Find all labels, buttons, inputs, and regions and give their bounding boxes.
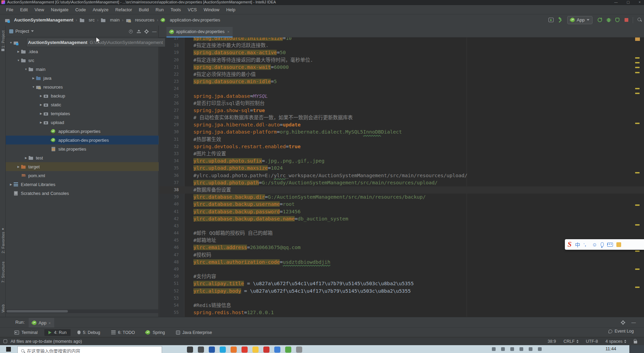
code-line-35[interactable]: 35ylrc.upload.photo.maxsize=1024 xyxy=(159,165,644,172)
code-line-17[interactable]: 17spring.datasource.initial-size=10 xyxy=(159,37,644,42)
caret-position[interactable]: 38:9 xyxy=(548,339,556,344)
error-stripe-mark[interactable] xyxy=(635,62,640,63)
tree-item-java[interactable]: ▶java xyxy=(6,74,159,82)
taskbar-app-icon[interactable] xyxy=(263,347,269,353)
tree-item-external-libraries[interactable]: ▶External Libraries xyxy=(6,180,159,189)
menu-file[interactable]: File xyxy=(3,6,17,13)
tree-item-test[interactable]: ▶test xyxy=(6,153,159,162)
hide-run-panel-icon[interactable]: — xyxy=(631,320,636,325)
tree-item-main[interactable]: ▼main xyxy=(6,65,159,74)
code-line-38[interactable]: 38#数据库备份设置 xyxy=(159,186,644,194)
toolwindow-button-java-enterprise[interactable]: Java Enterprise xyxy=(172,329,216,336)
breadcrumb-item-src[interactable]: src xyxy=(79,17,94,22)
close-tab-icon[interactable]: × xyxy=(227,30,229,34)
taskbar-app-icon[interactable] xyxy=(198,347,204,353)
menu-window[interactable]: Window xyxy=(200,6,223,13)
code-line-28[interactable]: 28# 自动检查实体和数据库表是否一致，如果不一致则会进行更新数据库表 xyxy=(159,114,644,121)
run-settings-gear-icon[interactable] xyxy=(621,321,625,324)
stripe-project-button[interactable]: 1: Project xyxy=(0,30,6,51)
tree-item-target[interactable]: ▶target xyxy=(6,162,159,171)
chevron-down-icon[interactable] xyxy=(31,30,34,32)
toolwindow-button-5-debug[interactable]: 5: Debug xyxy=(73,329,104,336)
code-line-50[interactable]: 50#支付内容 xyxy=(159,273,644,280)
code-line-36[interactable]: 36#ylrc.upload.photo.path=E:/ylrc_worksp… xyxy=(159,172,644,179)
error-stripe-mark[interactable] xyxy=(635,250,640,252)
error-stripe-mark[interactable] xyxy=(635,72,640,73)
code-line-54[interactable]: 54#Redis链接信息 xyxy=(159,302,644,309)
run-configuration-select[interactable]: App xyxy=(567,16,592,24)
ime-chinese-mode[interactable]: 中 xyxy=(575,241,580,248)
stripe-structure-button[interactable]: 7: Structure xyxy=(0,261,6,283)
lock-icon[interactable] xyxy=(634,341,637,343)
menu-build[interactable]: Build xyxy=(135,6,152,13)
error-stripe-mark[interactable] xyxy=(635,204,640,206)
show-desktop-button[interactable] xyxy=(629,345,644,353)
ime-toolbar[interactable]: S 中 ’， ☺ xyxy=(565,239,644,250)
menu-code[interactable]: Code xyxy=(72,6,89,13)
breadcrumb-item-application-dev-properties[interactable]: application-dev.properties xyxy=(161,17,220,22)
hide-panel-icon[interactable]: — xyxy=(152,29,157,34)
ime-emoji[interactable]: ☺ xyxy=(592,242,597,247)
coverage-button[interactable] xyxy=(613,16,622,24)
expand-arrow[interactable]: ▶ xyxy=(9,183,13,186)
error-stripe-mark[interactable] xyxy=(635,123,640,124)
taskbar-app-icon[interactable] xyxy=(296,347,302,353)
expand-arrow[interactable]: ▶ xyxy=(39,121,43,124)
code-line-20[interactable]: 20#指定连接池等待连接返回的最大等待时间，毫秒单位. xyxy=(159,57,644,64)
code-line-18[interactable]: 18#指定连接池中最大的活跃连接数. xyxy=(159,42,644,49)
tree-item-upload[interactable]: ▶upload xyxy=(6,118,159,127)
tree-item-idea[interactable]: ▶.idea xyxy=(6,47,159,56)
code-line-44[interactable]: 44#邮件 QQ邮箱的授权码 自己的邮箱 xyxy=(159,230,644,237)
search-everywhere-button[interactable] xyxy=(635,16,644,24)
rerun-button[interactable] xyxy=(595,16,604,24)
error-stripe-mark[interactable] xyxy=(635,57,640,59)
code-line-34[interactable]: 34ylrc.upload.photo.sufix=.jpg,.png,.gif… xyxy=(159,157,644,165)
editor-area[interactable]: 17spring.datasource.initial-size=1018#指定… xyxy=(159,37,644,317)
menu-navigate[interactable]: Navigate xyxy=(47,6,72,13)
tree-item-application-dev-properties[interactable]: application-dev.properties xyxy=(6,136,159,144)
expand-arrow[interactable]: ▶ xyxy=(16,50,21,53)
error-stripe-mark[interactable] xyxy=(635,67,640,68)
code-line-24[interactable]: 24 xyxy=(159,85,644,92)
expand-arrow[interactable]: ▼ xyxy=(16,59,21,62)
code-line-42[interactable]: 42ylrc.database.backup.database.name=db_… xyxy=(159,215,644,222)
collapse-all-icon[interactable] xyxy=(137,30,141,33)
menu-edit[interactable]: Edit xyxy=(17,6,31,13)
expand-arrow[interactable]: ▼ xyxy=(31,86,36,89)
expand-arrow[interactable]: ▼ xyxy=(24,68,28,71)
toolwindow-button-4-run[interactable]: 4: Run xyxy=(44,329,71,336)
code-line-41[interactable]: 41ylrc.database.backup.password=123456 xyxy=(159,208,644,215)
status-icon[interactable] xyxy=(3,339,7,343)
ime-skin-icon[interactable] xyxy=(616,242,621,247)
code-line-23[interactable]: 23spring.datasource.min-idle=5 xyxy=(159,78,644,85)
windows-start-icon[interactable] xyxy=(6,347,11,352)
code-line-25[interactable]: 25spring.jpa.database=MYSQL xyxy=(159,93,644,100)
toolwindow-button-terminal[interactable]: Terminal xyxy=(10,329,42,336)
file-encoding-select[interactable]: UTF-8 xyxy=(586,339,598,344)
error-stripe-mark[interactable] xyxy=(635,93,640,94)
breadcrumb-item-main[interactable]: main xyxy=(101,17,119,22)
expand-arrow[interactable]: ▶ xyxy=(39,94,43,97)
stripe-favorites-button[interactable]: ★ 2: Favorites xyxy=(0,227,6,253)
code-line-21[interactable]: 21spring.datasource.max-wait=60000 xyxy=(159,64,644,71)
code-line-37[interactable]: 37ylrc.upload.photo.path=G:/study/Auctio… xyxy=(159,179,644,186)
menu-refactor[interactable]: Refactor xyxy=(112,6,135,13)
code-line-48[interactable]: 48ylrc.email.authorization-code=usdztdbi… xyxy=(159,259,644,266)
project-horizontal-scrollbar[interactable] xyxy=(6,309,158,313)
expand-arrow[interactable]: ▶ xyxy=(31,77,36,80)
breadcrumb-item-resources[interactable]: resources xyxy=(126,17,155,22)
tree-item-pom-xml[interactable]: pom.xml xyxy=(6,171,159,180)
code-line-27[interactable]: 27spring.jpa.show-sql=true xyxy=(159,107,644,114)
expand-arrow[interactable]: ▶ xyxy=(39,103,43,106)
code-line-52[interactable]: 52yrlc.alipay.body = \u827a\u672f\u54c1\… xyxy=(159,288,644,295)
taskbar-app-icon[interactable] xyxy=(252,347,259,353)
close-run-tab-icon[interactable]: × xyxy=(48,321,50,325)
tree-item-backup[interactable]: ▶backup xyxy=(6,91,159,100)
event-log-button[interactable]: Event Log xyxy=(609,329,634,334)
menu-analyze[interactable]: Analyze xyxy=(89,6,112,13)
line-ending-select[interactable]: CRLF xyxy=(564,339,579,344)
minimize-button[interactable]: — xyxy=(614,0,618,4)
code-line-47[interactable]: 47#授权码 xyxy=(159,251,644,259)
error-stripe-mark[interactable] xyxy=(635,224,640,226)
close-button[interactable]: × xyxy=(639,0,641,4)
